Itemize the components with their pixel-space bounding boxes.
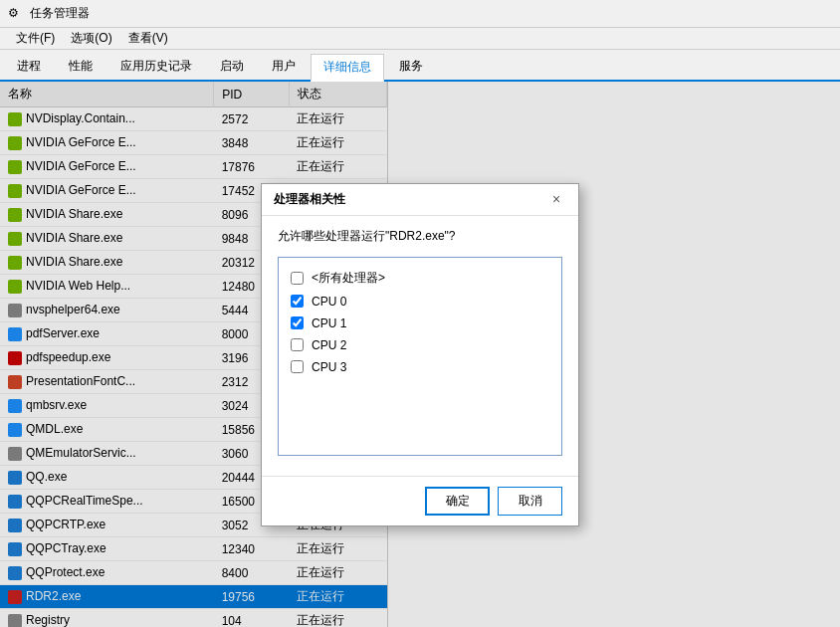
cpu-3-label[interactable]: CPU 3: [312, 360, 346, 374]
cpu-items-container: CPU 0CPU 1CPU 2CPU 3: [287, 291, 553, 378]
menu-view[interactable]: 查看(V): [120, 28, 176, 49]
dialog-body: 允许哪些处理器运行"RDR2.exe"? <所有处理器> CPU 0CPU 1C…: [262, 216, 578, 468]
menu-bar: 文件(F) 选项(O) 查看(V): [0, 28, 840, 50]
tab-startup[interactable]: 启动: [207, 53, 257, 80]
cpu-3-checkbox[interactable]: [291, 360, 304, 373]
dialog-footer: 确定 取消: [262, 476, 578, 525]
dialog-close-button[interactable]: ×: [546, 189, 566, 209]
confirm-button[interactable]: 确定: [425, 487, 490, 516]
cpu-0-label[interactable]: CPU 0: [312, 295, 346, 309]
cpu-0-item: CPU 0: [287, 291, 553, 313]
tab-app-history[interactable]: 应用历史记录: [107, 53, 205, 80]
dialog-overlay: 处理器相关性 × 允许哪些处理器运行"RDR2.exe"? <所有处理器> CP…: [0, 82, 840, 627]
dialog-title: 处理器相关性: [274, 191, 345, 208]
main-content: 名称 PID 状态 NVDisplay.Contain...2572正在运行NV…: [0, 82, 840, 627]
tab-users[interactable]: 用户: [259, 53, 309, 80]
cpu-3-item: CPU 3: [287, 356, 553, 378]
title-bar: ⚙ 任务管理器: [0, 0, 840, 28]
dialog-description: 允许哪些处理器运行"RDR2.exe"?: [278, 228, 562, 245]
cancel-button[interactable]: 取消: [498, 487, 562, 516]
cpu-2-checkbox[interactable]: [291, 338, 304, 351]
app-icon: ⚙: [8, 6, 24, 22]
tab-processes[interactable]: 进程: [4, 53, 54, 80]
app-title: 任务管理器: [30, 5, 90, 22]
cpu-2-label[interactable]: CPU 2: [312, 338, 346, 352]
tab-services[interactable]: 服务: [386, 53, 436, 80]
cpu-list-box: <所有处理器> CPU 0CPU 1CPU 2CPU 3: [278, 257, 562, 456]
cpu-all-checkbox[interactable]: [291, 272, 304, 285]
cpu-1-label[interactable]: CPU 1: [312, 316, 346, 330]
cpu-2-item: CPU 2: [287, 334, 553, 356]
tab-details[interactable]: 详细信息: [311, 54, 384, 82]
cpu-all-label[interactable]: <所有处理器>: [312, 270, 385, 287]
menu-options[interactable]: 选项(O): [63, 28, 119, 49]
dialog-title-bar: 处理器相关性 ×: [262, 184, 578, 216]
cpu-1-item: CPU 1: [287, 313, 553, 334]
tab-performance[interactable]: 性能: [56, 53, 105, 80]
cpu-1-checkbox[interactable]: [291, 316, 304, 329]
cpu-0-checkbox[interactable]: [291, 295, 304, 308]
processor-affinity-dialog: 处理器相关性 × 允许哪些处理器运行"RDR2.exe"? <所有处理器> CP…: [261, 183, 579, 526]
menu-file[interactable]: 文件(F): [8, 28, 63, 49]
tab-bar: 进程 性能 应用历史记录 启动 用户 详细信息 服务: [0, 50, 840, 82]
cpu-all-item: <所有处理器>: [287, 266, 553, 291]
